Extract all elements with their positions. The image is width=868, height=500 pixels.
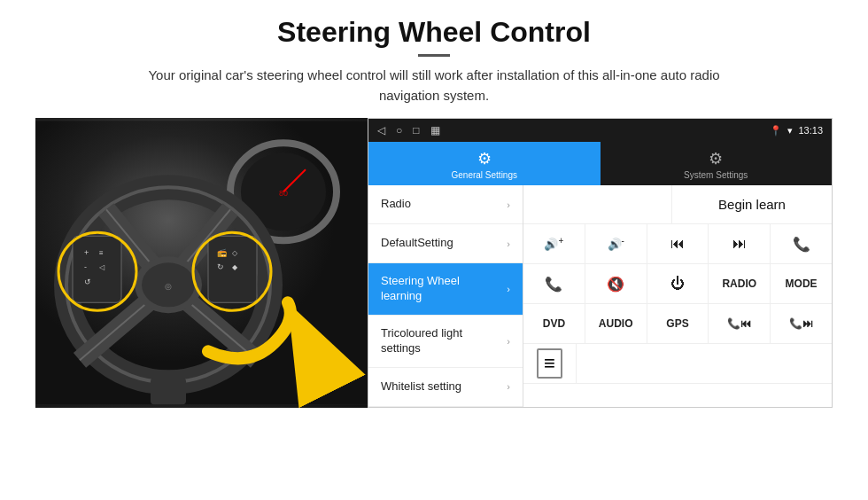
steering-wheel-image: 80 [35,118,368,408]
tab-system-label: System Settings [684,170,748,180]
svg-rect-19 [73,236,121,302]
menu-list: Radio › DefaultSetting › Steering Wheel … [368,185,523,407]
menu-area: Radio › DefaultSetting › Steering Wheel … [368,185,832,407]
mute-button[interactable]: 🔇 [585,264,647,303]
vol-down-button[interactable]: 🔊- [585,224,647,263]
status-bar: ◁ ○ □ ▦ 📍 ▾ 13:13 [368,119,832,142]
svg-text:+: + [84,248,89,257]
tel-prev-icon: 📞⏮ [727,317,751,330]
menu-item-whitelist[interactable]: Whitelist setting › [368,368,523,407]
control-panel: Begin learn 🔊+ 🔊- ⏮ [523,185,832,407]
vol-up-button[interactable]: 🔊+ [523,224,585,263]
mute-icon: 🔇 [607,276,624,293]
svg-text:≡: ≡ [99,249,104,257]
hangup-icon: 📞 [545,276,562,293]
tab-general-label: General Settings [452,170,518,180]
menu-chevron-whitelist: › [507,381,510,392]
power-icon: ⏻ [670,276,685,292]
svg-text:80: 80 [279,189,288,198]
prev-track-button[interactable]: ⏮ [647,224,709,263]
begin-learn-row: Begin learn [523,185,832,224]
menu-item-tricoloured-label: Tricoloured light settings [381,326,503,356]
radio-label: RADIO [722,277,756,290]
svg-text:◁: ◁ [99,263,105,271]
next-track-icon: ⏭ [732,236,747,252]
page-subtitle: Your original car's steering wheel contr… [133,66,735,105]
menu-chevron-tricoloured: › [507,336,510,347]
wifi-icon: ▾ [787,125,793,137]
menu-chevron-radio: › [507,199,510,210]
status-bar-right: 📍 ▾ 13:13 [770,125,823,137]
system-settings-icon: ⚙ [709,149,723,168]
tab-general-settings[interactable]: ⚙ General Settings [368,142,601,185]
menu-chevron-default: › [507,238,510,249]
svg-text:↻: ↻ [217,262,224,271]
hangup-button[interactable]: 📞 [523,264,585,303]
mode-button[interactable]: MODE [771,264,832,303]
back-icon[interactable]: ◁ [377,124,385,137]
list-icon-button[interactable]: ≡ [523,344,577,383]
phone-icon: 📞 [793,236,810,253]
svg-text:↺: ↺ [84,277,91,286]
svg-text:📻: 📻 [217,247,228,258]
begin-learn-button[interactable]: Begin learn [672,185,832,223]
svg-rect-33 [151,378,186,404]
android-panel: ◁ ○ □ ▦ 📍 ▾ 13:13 ⚙ General Settings [368,118,833,408]
content-row: 80 [35,118,833,408]
prev-track-icon: ⏮ [670,236,685,252]
time-display: 13:13 [798,125,823,136]
control-row-2: 📞 🔇 ⏻ RADIO MODE [523,264,832,304]
menu-icon[interactable]: ▦ [430,124,440,137]
next-track-button[interactable]: ⏭ [709,224,771,263]
vol-up-icon: 🔊+ [544,236,563,251]
menu-item-default[interactable]: DefaultSetting › [368,224,523,263]
title-section: Steering Wheel Control Your original car… [35,16,833,105]
last-row: ≡ [523,344,832,384]
general-settings-icon: ⚙ [477,149,492,168]
tab-bar: ⚙ General Settings ⚙ System Settings [368,142,832,185]
menu-item-radio[interactable]: Radio › [368,185,523,224]
location-icon: 📍 [770,125,782,137]
audio-label: AUDIO [599,317,633,330]
power-button[interactable]: ⏻ [647,264,709,303]
menu-item-tricoloured[interactable]: Tricoloured light settings › [368,316,523,368]
gps-button[interactable]: GPS [647,304,709,343]
menu-chevron-steering: › [507,284,510,294]
tel-prev-button[interactable]: 📞⏮ [709,304,771,343]
tel-next-button[interactable]: 📞⏭ [771,304,832,343]
dvd-button[interactable]: DVD [523,304,585,343]
vol-down-icon: 🔊- [608,236,624,251]
home-icon[interactable]: ○ [396,124,402,137]
bottom-control-row: DVD AUDIO GPS 📞⏮ 📞⏭ [523,304,832,344]
menu-item-steering[interactable]: Steering Wheel learning › [368,263,523,316]
svg-text:◆: ◆ [232,263,238,271]
begin-learn-spacer [523,185,672,223]
menu-item-radio-label: Radio [381,197,503,212]
tab-system-settings[interactable]: ⚙ System Settings [601,142,833,185]
page-wrapper: Steering Wheel Control Your original car… [0,0,868,417]
svg-text:◇: ◇ [232,249,238,257]
radio-mode-button[interactable]: RADIO [709,264,771,303]
menu-item-default-label: DefaultSetting [381,236,503,251]
page-title: Steering Wheel Control [35,16,833,49]
recent-icon[interactable]: □ [413,124,419,137]
gps-label: GPS [666,317,688,330]
phone-button[interactable]: 📞 [771,224,832,263]
tel-next-icon: 📞⏭ [789,317,813,330]
steering-wheel-svg: 80 [35,118,368,408]
control-row-1: 🔊+ 🔊- ⏮ ⏭ 📞 [523,224,832,264]
title-divider [418,54,450,57]
svg-text:-: - [84,262,87,271]
list-icon: ≡ [537,348,562,379]
audio-button[interactable]: AUDIO [585,304,647,343]
dvd-label: DVD [543,317,565,330]
mode-label: MODE [786,277,818,290]
status-bar-left: ◁ ○ □ ▦ [377,124,440,137]
menu-item-steering-label: Steering Wheel learning [381,274,503,304]
svg-text:◎: ◎ [165,282,172,291]
menu-item-whitelist-label: Whitelist setting [381,379,503,395]
